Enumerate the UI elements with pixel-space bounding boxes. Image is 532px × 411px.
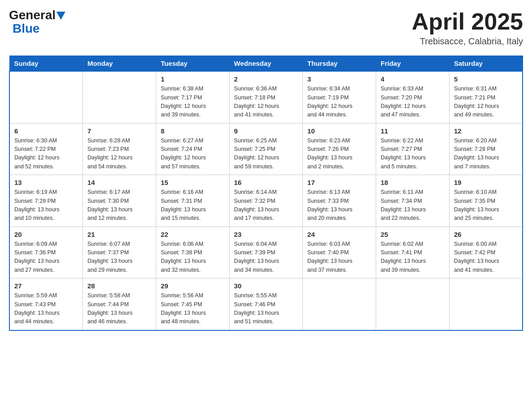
day-number: 1 (161, 75, 225, 83)
day-number: 19 (454, 179, 518, 186)
calendar-cell (303, 278, 376, 330)
calendar-cell: 24Sunrise: 6:03 AM Sunset: 7:40 PM Dayli… (303, 227, 376, 278)
day-info: Sunrise: 6:27 AM Sunset: 7:24 PM Dayligh… (161, 137, 225, 171)
day-number: 30 (234, 282, 298, 290)
day-info: Sunrise: 6:06 AM Sunset: 7:38 PM Dayligh… (161, 240, 225, 275)
day-number: 18 (381, 179, 445, 186)
calendar-cell: 2Sunrise: 6:36 AM Sunset: 7:18 PM Daylig… (229, 71, 303, 123)
calendar-cell: 19Sunrise: 6:10 AM Sunset: 7:35 PM Dayli… (449, 175, 523, 227)
calendar-header-thursday: Thursday (303, 56, 376, 72)
day-number: 24 (307, 231, 371, 238)
calendar-header-saturday: Saturday (449, 56, 523, 72)
day-info: Sunrise: 6:20 AM Sunset: 7:28 PM Dayligh… (454, 137, 518, 171)
day-info: Sunrise: 6:10 AM Sunset: 7:35 PM Dayligh… (454, 188, 518, 223)
day-number: 23 (234, 231, 298, 238)
day-info: Sunrise: 6:13 AM Sunset: 7:33 PM Dayligh… (307, 188, 371, 223)
calendar-cell (83, 71, 156, 123)
day-info: Sunrise: 6:11 AM Sunset: 7:34 PM Dayligh… (381, 188, 445, 223)
day-number: 17 (307, 179, 371, 186)
day-info: Sunrise: 6:02 AM Sunset: 7:41 PM Dayligh… (381, 240, 445, 275)
logo-general-text: General (9, 9, 56, 21)
day-number: 16 (234, 179, 298, 186)
day-number: 2 (234, 75, 298, 83)
day-info: Sunrise: 6:09 AM Sunset: 7:36 PM Dayligh… (14, 240, 78, 275)
calendar-cell: 4Sunrise: 6:33 AM Sunset: 7:20 PM Daylig… (376, 71, 450, 123)
day-number: 21 (87, 231, 151, 238)
day-info: Sunrise: 6:16 AM Sunset: 7:31 PM Dayligh… (161, 188, 225, 223)
day-info: Sunrise: 6:23 AM Sunset: 7:26 PM Dayligh… (307, 137, 371, 171)
day-info: Sunrise: 6:00 AM Sunset: 7:42 PM Dayligh… (454, 240, 518, 275)
calendar-cell: 3Sunrise: 6:34 AM Sunset: 7:19 PM Daylig… (303, 71, 376, 123)
calendar-week-row-3: 13Sunrise: 6:19 AM Sunset: 7:29 PM Dayli… (9, 175, 523, 227)
calendar-cell: 23Sunrise: 6:04 AM Sunset: 7:39 PM Dayli… (229, 227, 303, 278)
day-number: 20 (14, 231, 78, 238)
day-info: Sunrise: 5:59 AM Sunset: 7:43 PM Dayligh… (14, 291, 78, 326)
calendar-header-tuesday: Tuesday (156, 56, 229, 72)
calendar-header-row: SundayMondayTuesdayWednesdayThursdayFrid… (9, 56, 523, 72)
calendar-week-row-4: 20Sunrise: 6:09 AM Sunset: 7:36 PM Dayli… (9, 227, 523, 278)
calendar-cell: 13Sunrise: 6:19 AM Sunset: 7:29 PM Dayli… (9, 175, 83, 227)
calendar-week-row-5: 27Sunrise: 5:59 AM Sunset: 7:43 PM Dayli… (9, 278, 523, 330)
calendar-cell: 6Sunrise: 6:30 AM Sunset: 7:22 PM Daylig… (9, 123, 83, 175)
logo: General Blue (9, 9, 66, 36)
day-info: Sunrise: 6:25 AM Sunset: 7:25 PM Dayligh… (234, 137, 298, 171)
day-info: Sunrise: 6:36 AM Sunset: 7:18 PM Dayligh… (234, 85, 298, 120)
day-number: 28 (87, 282, 151, 290)
logo-text: General (9, 9, 66, 21)
day-number: 15 (161, 179, 225, 186)
calendar-week-row-1: 1Sunrise: 6:38 AM Sunset: 7:17 PM Daylig… (9, 71, 523, 123)
calendar-cell: 7Sunrise: 6:28 AM Sunset: 7:23 PM Daylig… (83, 123, 156, 175)
calendar-cell: 30Sunrise: 5:55 AM Sunset: 7:46 PM Dayli… (229, 278, 303, 330)
calendar-cell (9, 71, 83, 123)
calendar-header-sunday: Sunday (9, 56, 83, 72)
calendar-week-row-2: 6Sunrise: 6:30 AM Sunset: 7:22 PM Daylig… (9, 123, 523, 175)
calendar-cell: 8Sunrise: 6:27 AM Sunset: 7:24 PM Daylig… (156, 123, 229, 175)
day-info: Sunrise: 6:04 AM Sunset: 7:39 PM Dayligh… (234, 240, 298, 275)
day-info: Sunrise: 5:58 AM Sunset: 7:44 PM Dayligh… (87, 291, 151, 326)
logo-blue-text: Blue (13, 21, 40, 35)
day-info: Sunrise: 6:33 AM Sunset: 7:20 PM Dayligh… (381, 85, 445, 120)
calendar-header-monday: Monday (83, 56, 156, 72)
calendar-cell: 1Sunrise: 6:38 AM Sunset: 7:17 PM Daylig… (156, 71, 229, 123)
location-text: Trebisacce, Calabria, Italy (412, 36, 523, 47)
day-info: Sunrise: 6:31 AM Sunset: 7:21 PM Dayligh… (454, 85, 518, 120)
calendar-cell: 10Sunrise: 6:23 AM Sunset: 7:26 PM Dayli… (303, 123, 376, 175)
day-info: Sunrise: 6:03 AM Sunset: 7:40 PM Dayligh… (307, 240, 371, 275)
day-info: Sunrise: 6:28 AM Sunset: 7:23 PM Dayligh… (87, 137, 151, 171)
month-title: April 2025 (412, 9, 523, 34)
day-info: Sunrise: 6:14 AM Sunset: 7:32 PM Dayligh… (234, 188, 298, 223)
calendar-cell: 25Sunrise: 6:02 AM Sunset: 7:41 PM Dayli… (376, 227, 450, 278)
day-number: 27 (14, 282, 78, 290)
day-number: 11 (381, 127, 445, 135)
calendar-cell: 11Sunrise: 6:22 AM Sunset: 7:27 PM Dayli… (376, 123, 450, 175)
day-number: 10 (307, 127, 371, 135)
day-number: 6 (14, 127, 78, 135)
day-number: 14 (87, 179, 151, 186)
calendar-cell: 29Sunrise: 5:56 AM Sunset: 7:45 PM Dayli… (156, 278, 229, 330)
day-info: Sunrise: 6:19 AM Sunset: 7:29 PM Dayligh… (14, 188, 78, 223)
day-number: 9 (234, 127, 298, 135)
day-info: Sunrise: 6:07 AM Sunset: 7:37 PM Dayligh… (87, 240, 151, 275)
day-info: Sunrise: 5:56 AM Sunset: 7:45 PM Dayligh… (161, 291, 225, 326)
calendar-cell (449, 278, 523, 330)
calendar-cell: 14Sunrise: 6:17 AM Sunset: 7:30 PM Dayli… (83, 175, 156, 227)
day-info: Sunrise: 5:55 AM Sunset: 7:46 PM Dayligh… (234, 291, 298, 326)
calendar-cell: 28Sunrise: 5:58 AM Sunset: 7:44 PM Dayli… (83, 278, 156, 330)
calendar-cell: 18Sunrise: 6:11 AM Sunset: 7:34 PM Dayli… (376, 175, 450, 227)
calendar-cell: 21Sunrise: 6:07 AM Sunset: 7:37 PM Dayli… (83, 227, 156, 278)
day-info: Sunrise: 6:30 AM Sunset: 7:22 PM Dayligh… (14, 137, 78, 171)
day-info: Sunrise: 6:38 AM Sunset: 7:17 PM Dayligh… (161, 85, 225, 120)
day-number: 4 (381, 75, 445, 83)
calendar-cell: 27Sunrise: 5:59 AM Sunset: 7:43 PM Dayli… (9, 278, 83, 330)
calendar-table: SundayMondayTuesdayWednesdayThursdayFrid… (9, 56, 523, 331)
day-number: 5 (454, 75, 518, 83)
calendar-cell: 20Sunrise: 6:09 AM Sunset: 7:36 PM Dayli… (9, 227, 83, 278)
day-info: Sunrise: 6:22 AM Sunset: 7:27 PM Dayligh… (381, 137, 445, 171)
day-number: 13 (14, 179, 78, 186)
day-number: 29 (161, 282, 225, 290)
calendar-cell: 5Sunrise: 6:31 AM Sunset: 7:21 PM Daylig… (449, 71, 523, 123)
day-info: Sunrise: 6:17 AM Sunset: 7:30 PM Dayligh… (87, 188, 151, 223)
calendar-cell: 15Sunrise: 6:16 AM Sunset: 7:31 PM Dayli… (156, 175, 229, 227)
day-number: 3 (307, 75, 371, 83)
calendar-cell: 16Sunrise: 6:14 AM Sunset: 7:32 PM Dayli… (229, 175, 303, 227)
